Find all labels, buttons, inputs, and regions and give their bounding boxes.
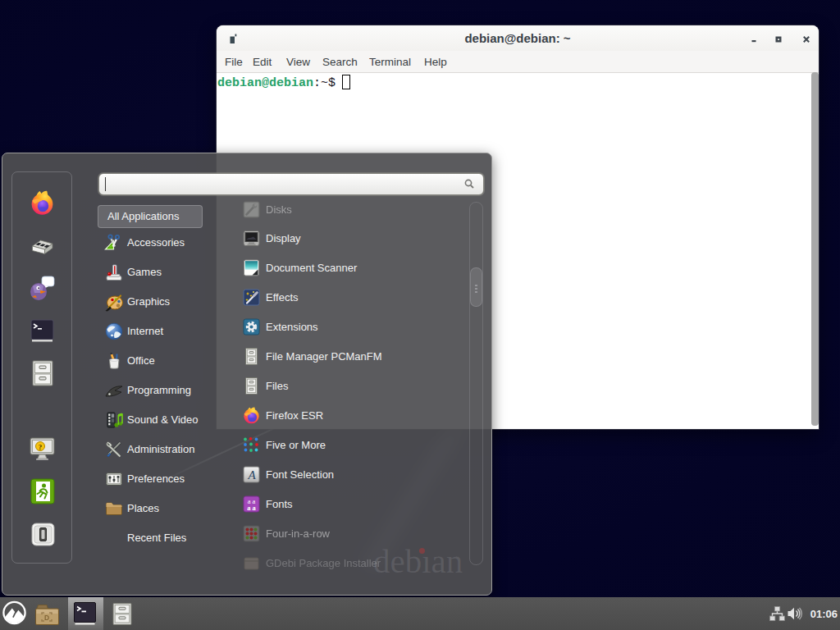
svg-text:?: ?: [39, 443, 43, 451]
svg-text:a a: a a: [247, 504, 256, 512]
svg-text:D: D: [44, 614, 49, 622]
svg-text:A: A: [247, 468, 256, 482]
